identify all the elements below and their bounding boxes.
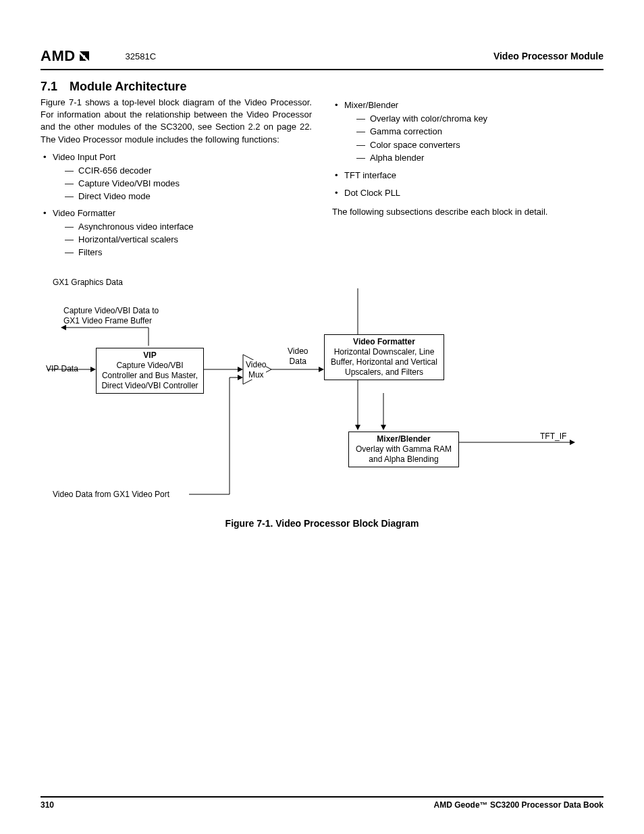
formatter-box: Video Formatter Horizontal Downscaler, L…	[324, 334, 444, 380]
page-footer: 310 AMD Geode™ SC3200 Processor Data Boo…	[41, 796, 603, 810]
list-label: Video Formatter	[53, 208, 115, 218]
left-column: Figure 7-1 shows a top-level block diagr…	[41, 97, 312, 263]
capture-to-label: Capture Video/VBI Data to GX1 Video Fram…	[63, 306, 159, 325]
doc-id: 32581C	[126, 51, 157, 61]
video-mux-label: Video Mux	[246, 360, 266, 380]
section-title-text: Module Architecture	[70, 80, 186, 93]
list-label: Video Input Port	[53, 152, 115, 162]
section-heading: 7.1Module Architecture	[41, 80, 603, 94]
mixer-body: Overlay with Gamma RAM and Alpha Blendin…	[352, 444, 456, 465]
list-sub: Color space converters	[356, 139, 603, 151]
list-item: Mixer/Blender Overlay with color/chroma …	[332, 99, 603, 164]
module-title: Video Processor Module	[493, 51, 603, 61]
list-sub: Direct Video mode	[65, 190, 312, 203]
mixer-box: Mixer/Blender Overlay with Gamma RAM and…	[348, 432, 459, 467]
right-column: Mixer/Blender Overlay with color/chroma …	[332, 97, 603, 263]
list-item: Video Input Port CCIR-656 decoder Captur…	[41, 151, 312, 203]
list-item: TFT interface	[332, 170, 603, 182]
tail-paragraph: The following subsections describe each …	[332, 206, 603, 218]
vip-box: VIP Capture Video/VBI Controller and Bus…	[96, 348, 204, 394]
section-number: 7.1	[41, 80, 57, 93]
list-label: Dot Clock PLL	[344, 188, 400, 198]
list-sub: Alpha blender	[356, 152, 603, 164]
list-sub: Filters	[65, 246, 312, 259]
block-diagram: GX1 Graphics Data Capture Video/VBI Data…	[41, 275, 603, 504]
gx1-graphics-label: GX1 Graphics Data	[53, 278, 123, 287]
list-item: Video Formatter Asynchronous video inter…	[41, 207, 312, 259]
list-sub: Gamma correction	[356, 126, 603, 138]
page-header: AMD 32581C Video Processor Module	[41, 47, 603, 70]
book-title: AMD Geode™ SC3200 Processor Data Book	[434, 800, 603, 810]
list-sub: Asynchronous video interface	[65, 221, 312, 233]
tft-if-label: TFT_IF	[540, 432, 566, 441]
list-label: Mixer/Blender	[344, 100, 398, 110]
intro-paragraph: Figure 7-1 shows a top-level block diagr…	[41, 97, 312, 146]
list-sub: Overlay with color/chroma key	[356, 113, 603, 125]
vip-body: Capture Video/VBI Controller and Bus Mas…	[99, 361, 200, 391]
right-bullet-list: Mixer/Blender Overlay with color/chroma …	[332, 99, 603, 199]
list-label: TFT interface	[344, 170, 396, 180]
left-bullet-list: Video Input Port CCIR-656 decoder Captur…	[41, 151, 312, 259]
mixer-title: Mixer/Blender	[352, 434, 456, 444]
list-item: Dot Clock PLL	[332, 187, 603, 199]
formatter-title: Video Formatter	[327, 337, 441, 347]
page-number: 310	[41, 800, 54, 810]
amd-arrow-icon	[77, 49, 92, 63]
video-data-label: Video Data	[288, 346, 308, 366]
vip-data-label: VIP Data	[46, 364, 78, 373]
list-sub: Horizontal/vertical scalers	[65, 234, 312, 246]
list-sub: CCIR-656 decoder	[65, 165, 312, 177]
amd-logo: AMD	[41, 47, 92, 65]
formatter-body: Horizontal Downscaler, Line Buffer, Hori…	[327, 347, 441, 377]
vip-title: VIP	[99, 350, 200, 361]
logo-text: AMD	[41, 47, 76, 65]
list-sub: Capture Video/VBI modes	[65, 178, 312, 190]
video-from-gx1-label: Video Data from GX1 Video Port	[53, 490, 169, 499]
figure-caption: Figure 7-1. Video Processor Block Diagra…	[41, 518, 603, 529]
